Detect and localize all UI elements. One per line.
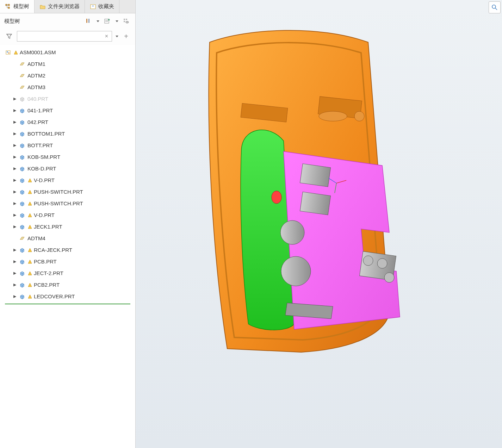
tree-header: 模型树 [0, 13, 135, 29]
tree-item-label: V-D.PRT [34, 177, 55, 183]
tree-item[interactable]: ▶PCB.PRT [0, 256, 135, 267]
expander-icon[interactable]: ▶ [13, 282, 17, 287]
warning-icon [27, 189, 32, 194]
warning-icon [27, 248, 32, 253]
svg-point-31 [319, 111, 347, 121]
add-filter-button[interactable]: + [121, 31, 131, 41]
tree-item[interactable]: ▶040.PRT [0, 93, 135, 105]
assembly-icon [5, 49, 11, 56]
model-tree[interactable]: ASM0001.ASM ▶ADTM1▶ADTM2▶ADTM3▶040.PRT▶0… [0, 45, 135, 448]
tree-item[interactable]: ▶042.PRT [0, 116, 135, 128]
expander-icon[interactable]: ▶ [13, 97, 17, 101]
expander-icon[interactable]: ▶ [13, 213, 17, 217]
tree-item[interactable]: ▶PUSH-SWITCH.PRT [0, 186, 135, 198]
tree-item[interactable]: ▶PUSH-SWITCH.PRT [0, 198, 135, 209]
svg-rect-22 [300, 192, 331, 215]
part-icon [19, 154, 25, 160]
tree-item[interactable]: ▶BOTTOM1.PRT [0, 128, 135, 139]
tree-item[interactable]: ▶V-D.PRT [0, 174, 135, 186]
tree-item[interactable]: ▶LEDCOVER.PRT [0, 291, 135, 302]
part-icon [19, 270, 25, 276]
expander-icon[interactable]: ▶ [13, 155, 17, 159]
tree-display-button[interactable] [121, 16, 131, 26]
expander-icon[interactable]: ▶ [13, 294, 17, 299]
expander-icon[interactable]: ▶ [13, 108, 17, 113]
tree-root[interactable]: ASM0001.ASM [0, 46, 135, 58]
svg-point-32 [354, 111, 364, 121]
tab-folder-browser[interactable]: 文件夹浏览器 [35, 0, 85, 13]
tree-item-label: 042.PRT [27, 119, 48, 125]
warning-icon [27, 282, 32, 287]
warning-icon [13, 50, 18, 55]
tab-bar: 模型树 文件夹浏览器 * 收藏夹 [0, 0, 135, 13]
svg-rect-2 [8, 7, 10, 8]
expander-icon[interactable]: ▶ [13, 271, 17, 275]
tree-item-label: JECK1.PRT [34, 224, 62, 230]
tree-item[interactable]: ▶ADTM2 [0, 70, 135, 81]
datum-icon [19, 84, 25, 91]
expander-icon[interactable]: ▶ [13, 120, 17, 124]
tree-item-label: ADTM2 [27, 73, 45, 79]
part-icon [19, 212, 25, 218]
svg-point-28 [384, 273, 394, 282]
chevron-down-icon[interactable] [97, 20, 99, 22]
expander-icon[interactable]: ▶ [13, 248, 17, 252]
expander-icon[interactable]: ▶ [13, 178, 17, 182]
svg-point-26 [363, 256, 373, 266]
tree-item[interactable]: ▶ADTM1 [0, 58, 135, 70]
part-icon [19, 142, 25, 149]
tab-folder-browser-label: 文件夹浏览器 [48, 3, 80, 10]
tree-item[interactable]: ▶ADTM3 [0, 81, 135, 93]
filter-row: × + [0, 29, 135, 45]
viewport-3d[interactable] [136, 0, 502, 448]
tree-item-label: PUSH-SWITCH.PRT [34, 189, 83, 195]
tree-item-label: LEDCOVER.PRT [34, 293, 75, 299]
tree-tools-button[interactable] [83, 16, 93, 26]
tab-model-tree-label: 模型树 [13, 3, 29, 10]
tree-item[interactable]: ▶ADTM4 [0, 232, 135, 244]
warning-icon [27, 259, 32, 264]
part-icon [19, 259, 25, 265]
svg-point-23 [280, 220, 304, 244]
tree-item[interactable]: ▶JECK1.PRT [0, 221, 135, 232]
clear-filter-button[interactable]: × [104, 33, 110, 39]
tree-item[interactable]: ▶BOTT.PRT [0, 139, 135, 151]
tab-favorites[interactable]: * 收藏夹 [85, 0, 119, 13]
expander-icon[interactable]: ▶ [13, 201, 17, 206]
tree-item[interactable]: ▶RCA-JECK.PRT [0, 244, 135, 256]
tree-settings-button[interactable] [102, 16, 112, 26]
tree-item[interactable]: ▶KOB-D.PRT [0, 163, 135, 174]
warning-icon [27, 224, 32, 229]
chevron-down-icon[interactable] [116, 20, 118, 22]
tree-header-title: 模型树 [4, 18, 20, 25]
part-icon [19, 96, 25, 102]
tree-item[interactable]: ▶KOB-SM.PRT [0, 151, 135, 163]
expander-icon[interactable]: ▶ [13, 166, 17, 171]
tree-item[interactable]: ▶PCB2.PRT [0, 279, 135, 291]
tab-favorites-label: 收藏夹 [98, 3, 114, 10]
expander-icon[interactable]: ▶ [13, 224, 17, 229]
tree-item[interactable]: ▶JECT-2.PRT [0, 267, 135, 279]
part-icon [19, 189, 25, 195]
svg-rect-11 [124, 19, 125, 20]
expander-icon[interactable]: ▶ [13, 189, 17, 194]
tree-root-label: ASM0001.ASM [20, 49, 56, 55]
tree-insert-line[interactable] [5, 304, 130, 304]
part-icon [19, 200, 25, 207]
filter-input[interactable] [19, 33, 104, 39]
chevron-down-icon[interactable] [116, 36, 118, 37]
tree-item-label: ADTM4 [27, 235, 45, 241]
tree-item[interactable]: ▶V-D.PRT [0, 209, 135, 221]
tree-item-label: JECT-2.PRT [34, 270, 63, 276]
tree-item[interactable]: ▶041-1.PRT [0, 105, 135, 116]
expander-icon[interactable]: ▶ [13, 131, 17, 136]
tree-item-label: BOTTOM1.PRT [27, 131, 65, 137]
warning-icon [27, 271, 32, 276]
svg-rect-18 [8, 52, 10, 54]
tree-item-label: ADTM1 [27, 61, 45, 67]
expander-icon[interactable]: ▶ [13, 143, 17, 148]
filter-button[interactable] [4, 31, 14, 41]
expander-icon[interactable]: ▶ [13, 259, 17, 264]
tree-item-label: RCA-JECK.PRT [34, 247, 72, 253]
tab-model-tree[interactable]: 模型树 [0, 0, 35, 13]
